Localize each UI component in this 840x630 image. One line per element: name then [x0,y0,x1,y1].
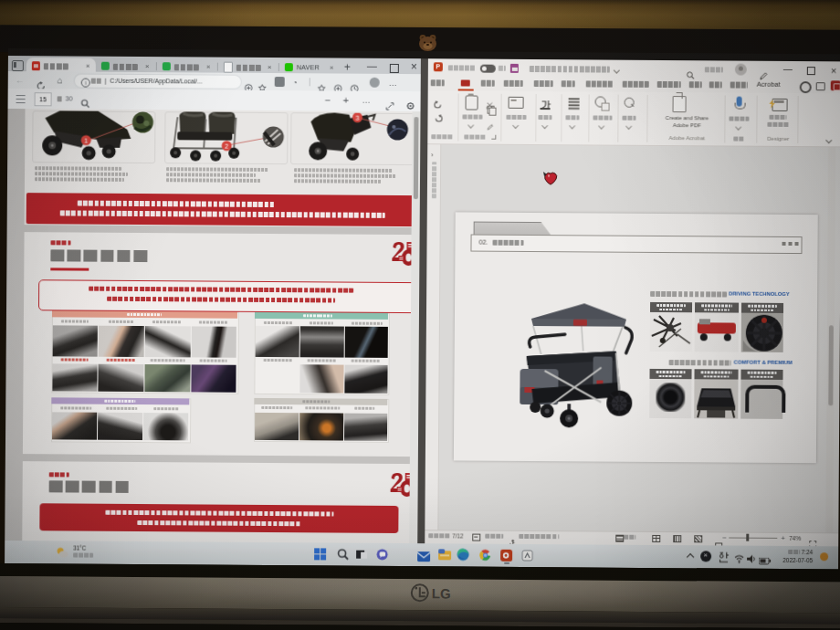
svg-text:LG: LG [432,585,451,601]
svg-text:3: 3 [356,115,360,121]
svg-text:1: 1 [84,138,88,144]
svg-text:2: 2 [225,143,228,150]
